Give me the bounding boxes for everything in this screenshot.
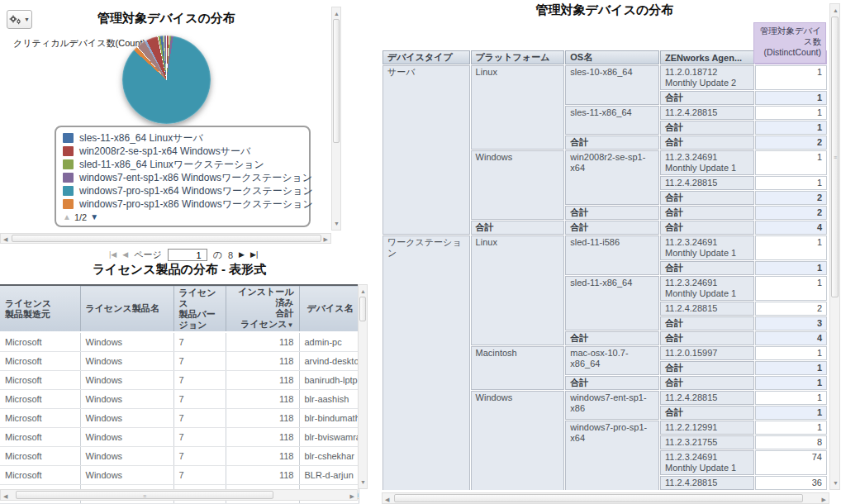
- legend-item: windows7-pro-sp1-x86 Windowsワークステーション: [63, 197, 301, 211]
- device-table-cell: 1: [755, 150, 827, 175]
- device-column-header: ZENworks Agen...: [660, 50, 754, 64]
- legend-next-icon[interactable]: ▼: [90, 212, 98, 221]
- device-table-cell: 11.2.3.24691 Monthly Update 1: [660, 450, 754, 475]
- scroll-down-icon[interactable]: ▼: [833, 480, 839, 486]
- device-table-cell: 合計: [565, 376, 659, 390]
- device-table-cell: 合計: [660, 406, 754, 420]
- first-page-icon[interactable]: |◀: [109, 251, 116, 259]
- device-table-cell: 1: [755, 121, 827, 135]
- scrollbar-thumb[interactable]: [12, 235, 321, 242]
- device-table-cell: 11.2.4.28815: [660, 391, 754, 405]
- device-table-cell: 4: [755, 331, 827, 345]
- scroll-up-icon[interactable]: ▲: [334, 11, 340, 17]
- scroll-left-icon[interactable]: ◀: [385, 497, 389, 502]
- license-table-cell: Microsoft: [0, 352, 80, 371]
- device-table-cell: 1: [755, 261, 827, 275]
- device-table-cell: 36: [755, 476, 827, 490]
- license-products-table: ライセンス 製品製造元ライセンス製品名ライセンス 製品バージョンインストール済み…: [0, 284, 359, 504]
- next-page-icon[interactable]: ▶: [239, 251, 245, 259]
- scroll-up-icon[interactable]: ▲: [833, 7, 839, 13]
- scroll-left-icon[interactable]: ◀: [3, 493, 7, 499]
- license-horizontal-scrollbar[interactable]: ◀ ≡ ▶: [0, 489, 358, 501]
- table-row: サーバLinuxsles-10-x86_6411.2.0.18712 Month…: [382, 65, 827, 90]
- scroll-down-icon[interactable]: ▼: [334, 221, 340, 226]
- license-table-cell: 7: [173, 409, 226, 428]
- device-table-cell: Macintosh: [471, 346, 565, 390]
- scrollbar-thumb[interactable]: [359, 297, 366, 321]
- legend-prev-icon[interactable]: ▲: [63, 212, 71, 221]
- page-number-input[interactable]: [168, 249, 207, 261]
- scrollbar-thumb[interactable]: ≡: [831, 17, 839, 297]
- device-table-cell: Linux: [471, 65, 565, 150]
- table-row: MicrosoftWindows7118blr-bindumathi: [0, 409, 359, 428]
- license-vertical-scrollbar[interactable]: ▲ ▼: [358, 284, 368, 489]
- license-table-cell: admin-pc: [299, 332, 359, 352]
- scroll-right-icon[interactable]: ▶: [350, 493, 354, 499]
- scroll-up-icon[interactable]: ▲: [360, 288, 366, 294]
- scroll-right-icon[interactable]: ▶: [822, 497, 826, 502]
- license-table-cell: Microsoft: [0, 447, 80, 466]
- device-table-cell: 2: [755, 136, 827, 150]
- device-column-header: プラットフォーム: [471, 50, 565, 64]
- device-table-cell: 11.2.0.15997: [660, 346, 754, 360]
- legend-swatch-icon: [63, 186, 74, 196]
- legend-pager: ▲ 1/2 ▼: [63, 211, 301, 223]
- legend-item-label: windows7-pro-sp1-x86 Windowsワークステーション: [79, 197, 313, 212]
- chart-vertical-scrollbar[interactable]: ▲ ▼: [331, 7, 341, 231]
- device-vertical-scrollbar[interactable]: ▲ ≡ ▼: [829, 3, 840, 490]
- device-table-cell: 11.2.0.18712 Monthly Update 2: [660, 65, 754, 90]
- legend-swatch-icon: [63, 133, 74, 143]
- license-column-header[interactable]: インストール済み 合計 ライセンス▼: [226, 285, 299, 332]
- license-table-cell: 7: [173, 352, 226, 371]
- license-table-cell: 7: [173, 447, 226, 466]
- device-table-cell: 合計: [660, 331, 754, 345]
- license-table-cell: Microsoft: [0, 409, 80, 428]
- device-table-cell: 11.2.4.28815: [660, 176, 754, 190]
- license-table-cell: arvind-desktop: [299, 352, 359, 371]
- license-table-cell: 7: [173, 371, 226, 390]
- table-row: ワークステーションLinuxsled-11-i58611.2.3.24691 M…: [382, 235, 827, 260]
- license-column-header[interactable]: ライセンス 製品製造元: [0, 285, 80, 332]
- scrollbar-thumb[interactable]: ≡: [16, 491, 273, 499]
- license-table-cell: Microsoft: [0, 428, 80, 447]
- device-table-cell: 1: [755, 276, 827, 301]
- scroll-down-icon[interactable]: ▼: [360, 479, 366, 485]
- scroll-right-icon[interactable]: ▶: [324, 236, 328, 242]
- scroll-left-icon[interactable]: ◀: [3, 236, 7, 242]
- license-table-cell: 118: [226, 447, 299, 466]
- scrollbar-thumb[interactable]: [394, 494, 803, 502]
- license-column-header[interactable]: デバイス名: [299, 285, 359, 332]
- managed-devices-table: デバイスタイププラットフォームOS名ZENworks Agen... サーバLi…: [382, 50, 828, 490]
- last-page-icon[interactable]: ▶|: [250, 251, 258, 259]
- license-table-cell: Microsoft: [0, 371, 80, 390]
- device-table-cell: 11.2.4.28815: [660, 302, 754, 316]
- license-column-header[interactable]: ライセンス製品名: [80, 285, 173, 332]
- license-table-cell: Windows: [80, 447, 173, 466]
- license-table-cell: Windows: [80, 371, 173, 390]
- license-table-cell: 7: [173, 390, 226, 409]
- table-row: MicrosoftWindows7118admin-pc: [0, 332, 359, 352]
- device-table-cell: 1: [755, 65, 827, 90]
- device-horizontal-scrollbar[interactable]: ◀ ▶: [382, 492, 829, 504]
- license-column-header[interactable]: ライセンス 製品バージョン: [173, 285, 226, 332]
- device-column-header: OS名: [565, 50, 659, 64]
- license-table-cell: 118: [226, 409, 299, 428]
- device-table-cell: 1: [755, 391, 827, 405]
- license-table-cell: 118: [226, 332, 299, 352]
- scrollbar-thumb[interactable]: [333, 19, 340, 143]
- device-table-cell: 1: [755, 376, 827, 390]
- device-table-cell: ワークステーション: [382, 235, 470, 490]
- prev-page-icon[interactable]: ◀: [122, 251, 128, 259]
- pie-legend: sles-11-x86_64 Linuxサーバwin2008r2-se-sp1-…: [55, 126, 311, 227]
- device-table-cell: 合計: [660, 206, 754, 220]
- device-table-cell: 合計: [565, 206, 659, 220]
- license-table-cell: Microsoft: [0, 390, 80, 409]
- chart-horizontal-scrollbar[interactable]: ◀ ▶: [0, 233, 331, 244]
- device-table-cell: 1: [755, 406, 827, 420]
- device-table-cell: 1: [755, 106, 827, 120]
- device-table-cell: sles-11-x86_64: [565, 106, 659, 135]
- license-table-cell: Microsoft: [0, 332, 80, 352]
- legend-item-label: sles-11-x86_64 Linuxサーバ: [79, 131, 203, 145]
- device-table-cell: 合計: [565, 331, 659, 345]
- device-table-cell: 合計: [660, 376, 754, 390]
